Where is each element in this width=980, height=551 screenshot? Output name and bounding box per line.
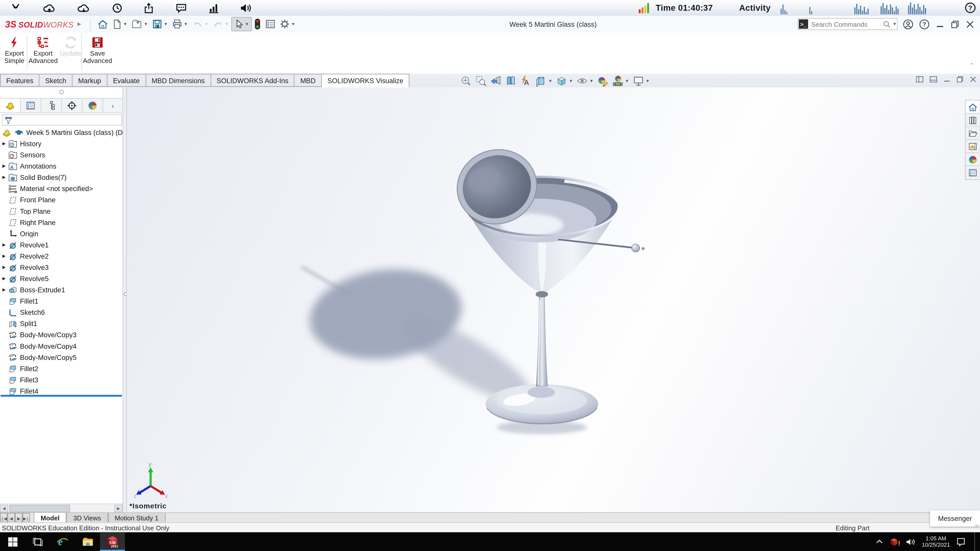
- tab-solidworks-visualize[interactable]: SOLIDWORKS Visualize: [322, 74, 410, 87]
- tray-chevron-up-icon[interactable]: [875, 538, 883, 545]
- tree-item-revolve2[interactable]: ▶Revolve2: [0, 251, 123, 262]
- tab-model[interactable]: Model: [34, 513, 66, 523]
- tab-evaluate[interactable]: Evaluate: [107, 74, 146, 87]
- tab-motion-study-1[interactable]: Motion Study 1: [108, 513, 165, 523]
- panel-tabs-expand[interactable]: ›: [103, 99, 123, 113]
- tab-sketch[interactable]: Sketch: [40, 74, 73, 87]
- search-icon[interactable]: [883, 20, 891, 28]
- rebuild-button[interactable]: [251, 17, 263, 31]
- display-pane-button[interactable]: [263, 17, 277, 30]
- select-tool-button[interactable]: ▼: [231, 17, 251, 31]
- previous-view-button[interactable]: [490, 75, 503, 87]
- minimize-icon[interactable]: [935, 19, 945, 29]
- save-button[interactable]: ▼: [150, 17, 170, 30]
- close-icon[interactable]: [965, 19, 975, 29]
- menu-expand-arrow[interactable]: ▶: [77, 21, 81, 27]
- help-icon[interactable]: ?: [964, 2, 977, 14]
- tree-item-body-move-copy4[interactable]: Body-Move/Copy4: [0, 341, 123, 352]
- start-button[interactable]: [0, 532, 25, 551]
- tree-item-boss-extrude1[interactable]: ▶Boss-Extrude1: [0, 284, 123, 295]
- hide-show-items-button[interactable]: ▼: [576, 75, 594, 87]
- tree-item-sensors[interactable]: Sensors: [0, 149, 123, 160]
- taskpane-design-library[interactable]: [966, 114, 980, 127]
- tree-item-origin[interactable]: Origin: [0, 228, 123, 239]
- history-icon[interactable]: [110, 2, 123, 14]
- notification-center-icon[interactable]: [956, 537, 966, 547]
- internet-explorer-button[interactable]: e: [50, 532, 75, 551]
- ribbon-collapse-arrow[interactable]: ⌃: [969, 62, 974, 68]
- panel-horizontal-scrollbar[interactable]: ◀ ▶: [0, 503, 123, 512]
- tab-configuration-manager[interactable]: [41, 99, 62, 113]
- open-button[interactable]: ▼: [129, 17, 150, 30]
- rollback-bar[interactable]: [0, 395, 122, 397]
- tree-root[interactable]: Week 5 Martini Glass (class) (Defaul: [0, 127, 123, 138]
- filter-input[interactable]: [14, 116, 121, 124]
- file-explorer-button[interactable]: [75, 532, 100, 551]
- tray-volume-icon[interactable]: [905, 537, 916, 546]
- taskpane-view-palette[interactable]: [966, 140, 980, 153]
- taskpane-file-explorer[interactable]: [966, 127, 980, 140]
- close-document-icon[interactable]: [969, 75, 977, 84]
- account-icon[interactable]: [902, 18, 914, 30]
- task-view-button[interactable]: [25, 532, 50, 551]
- tree-item-split1[interactable]: Split1: [0, 318, 123, 329]
- tab-dimxpert-manager[interactable]: [62, 99, 83, 113]
- tab-mbd[interactable]: MBD: [295, 74, 322, 87]
- tray-clock[interactable]: 1:05 AM 10/25/2021: [922, 535, 950, 548]
- tree-item-front-plane[interactable]: Front Plane: [0, 194, 123, 206]
- tab-mbd-dimensions[interactable]: MBD Dimensions: [146, 74, 211, 87]
- tray-solidworks-alert-icon[interactable]: !: [889, 536, 900, 547]
- edit-appearance-button[interactable]: [596, 75, 609, 87]
- tree-item-body-move-copy5[interactable]: Body-Move/Copy5: [0, 352, 123, 363]
- display-style-button[interactable]: ▼: [555, 75, 574, 87]
- collapse-icon[interactable]: [9, 2, 22, 14]
- taskpane-home[interactable]: [966, 100, 980, 114]
- minimize-document-icon[interactable]: [942, 75, 951, 84]
- tree-item-right-plane[interactable]: Right Plane: [0, 217, 123, 228]
- stats-icon[interactable]: [207, 2, 220, 14]
- tree-item-revolve1[interactable]: ▶Revolve1: [0, 239, 123, 251]
- dock-pane-icon[interactable]: [929, 75, 938, 84]
- chat-icon[interactable]: [174, 2, 188, 14]
- tree-item-sketch6[interactable]: Sketch6: [0, 306, 123, 318]
- tab-markup[interactable]: Markup: [73, 74, 107, 87]
- tab-display-manager[interactable]: [83, 99, 103, 113]
- taskpane-appearances-scenes[interactable]: [966, 153, 980, 166]
- tree-item-history[interactable]: ▶History: [0, 138, 123, 149]
- nav-last-button[interactable]: ▶❘: [22, 513, 30, 523]
- tree-item-fillet1[interactable]: Fillet1: [0, 295, 123, 306]
- tree-filter-box[interactable]: [2, 114, 122, 125]
- tree-item-solid-bodies[interactable]: ▶Solid Bodies(7): [0, 171, 123, 183]
- annotations-button[interactable]: A: [519, 75, 532, 87]
- restore-document-icon[interactable]: [956, 75, 964, 84]
- volume-icon[interactable]: [239, 2, 253, 14]
- home-button[interactable]: [96, 17, 110, 30]
- export-simple-button[interactable]: ExportSimple: [0, 35, 29, 64]
- tree-item-body-move-copy3[interactable]: Body-Move/Copy3: [0, 329, 123, 341]
- tree-item-fillet3[interactable]: Fillet3: [0, 374, 123, 386]
- panel-collapse-handle[interactable]: [59, 90, 64, 94]
- new-document-button[interactable]: ▼: [110, 17, 129, 30]
- tree-item-fillet2[interactable]: Fillet2: [0, 363, 123, 374]
- tree-item-top-plane[interactable]: Top Plane: [0, 206, 123, 217]
- share-icon[interactable]: [142, 2, 155, 14]
- redo-button[interactable]: ▼: [210, 17, 231, 30]
- tab-solidworks-add-ins[interactable]: SOLIDWORKS Add-Ins: [211, 74, 295, 87]
- show-desktop-edge[interactable]: [974, 532, 977, 551]
- scroll-right-arrow[interactable]: ▶: [115, 505, 123, 512]
- solidworks-2021-button[interactable]: SW2021: [100, 532, 125, 551]
- tab-features[interactable]: Features: [0, 74, 40, 87]
- graphics-viewport[interactable]: y z x *Isometric: [127, 87, 980, 512]
- tree-item-revolve3[interactable]: ▶Revolve3: [0, 262, 123, 273]
- scroll-thumb[interactable]: [10, 505, 70, 512]
- cloud-upload-icon[interactable]: [42, 2, 57, 14]
- view-settings-button[interactable]: ▼: [632, 75, 650, 87]
- search-input[interactable]: [810, 20, 883, 28]
- cloud-download-icon[interactable]: [76, 2, 91, 14]
- undo-button[interactable]: ▼: [190, 17, 210, 30]
- tab-featuremanager-tree[interactable]: [0, 99, 21, 113]
- dock-pane-icon[interactable]: [915, 75, 924, 84]
- print-button[interactable]: ▼: [170, 17, 190, 30]
- search-dropdown[interactable]: ▼: [892, 22, 897, 26]
- zoom-to-fit-button[interactable]: [460, 75, 473, 87]
